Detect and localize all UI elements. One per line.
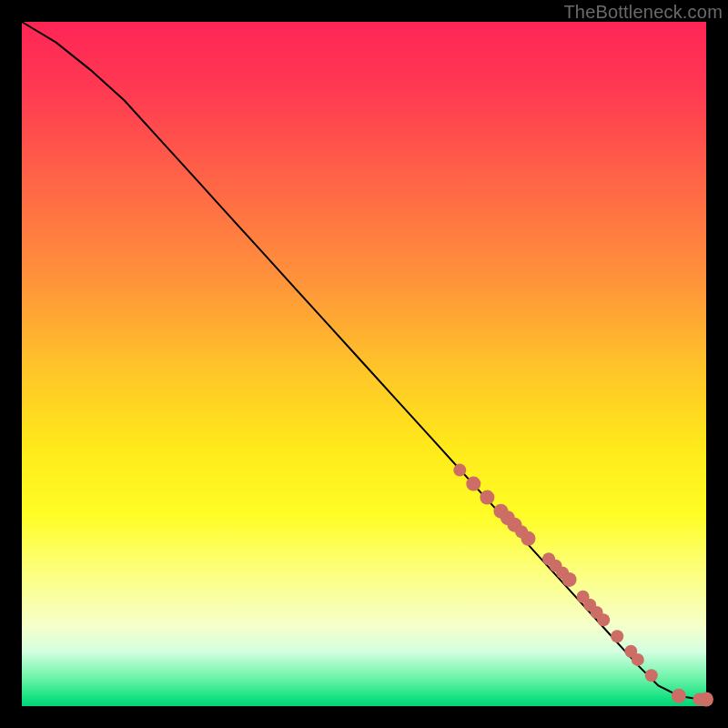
watermark-text: TheBottleneck.com	[563, 2, 723, 23]
chart-stage: TheBottleneck.com	[0, 0, 728, 728]
plot-background	[22, 22, 706, 706]
